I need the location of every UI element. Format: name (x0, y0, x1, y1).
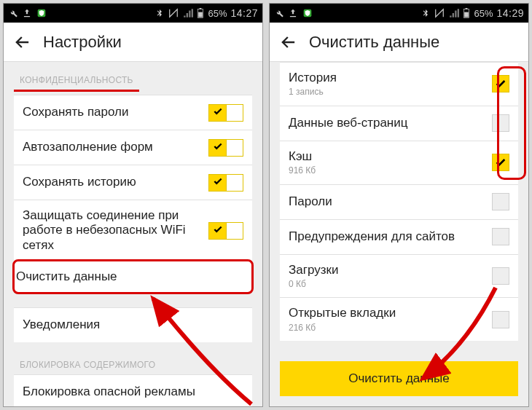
phone-left: 65% 14:27 Настройки КОНФИДЕНЦИАЛЬНОСТЬ С… (3, 3, 263, 407)
setting-save-passwords[interactable]: Сохранять пароли (14, 95, 252, 130)
bluetooth-icon (421, 8, 430, 18)
upload-icon (288, 8, 298, 18)
section-header-block: БЛОКИРОВКА СОДЕРЖИМОГО (14, 357, 252, 374)
app-bar: Очистить данные (270, 23, 528, 62)
item-history[interactable]: История 1 запись (280, 62, 518, 106)
page-title: Очистить данные (309, 33, 439, 52)
item-passwords[interactable]: Пароли (280, 184, 518, 219)
wrench-icon (274, 8, 284, 18)
battery-percent: 65% (474, 8, 493, 19)
upload-icon (22, 8, 32, 18)
checkbox[interactable] (492, 311, 509, 328)
checkbox[interactable] (492, 267, 509, 285)
nfc-icon (168, 8, 179, 18)
setting-save-history[interactable]: Сохранять историю (14, 165, 252, 200)
wrench-icon (8, 8, 18, 18)
signal-icon (183, 8, 193, 18)
item-cache[interactable]: Кэш 916 Кб (280, 141, 518, 184)
svg-rect-3 (199, 12, 203, 17)
setting-notifications[interactable]: Уведомления (14, 307, 252, 342)
item-warnings[interactable]: Предупреждения для сайтов (280, 219, 518, 254)
annotation-highlight-box (497, 66, 526, 180)
checkbox[interactable] (492, 228, 509, 245)
bluetooth-icon (155, 8, 164, 18)
svg-rect-2 (200, 8, 202, 9)
status-bar: 65% 14:27 (4, 4, 262, 23)
shield-icon (302, 7, 313, 19)
svg-rect-6 (466, 8, 468, 9)
content-area: История 1 запись Данные веб-страниц Кэш … (270, 62, 528, 351)
page-title: Настройки (43, 33, 122, 52)
back-arrow-icon[interactable] (278, 32, 299, 52)
item-tabs[interactable]: Открытые вкладки 216 Кб (280, 297, 518, 341)
shield-icon (36, 7, 47, 19)
section-header-privacy: КОНФИДЕНЦИАЛЬНОСТЬ (14, 72, 252, 95)
signal-icon (449, 8, 459, 18)
clock: 14:27 (230, 7, 258, 19)
svg-rect-7 (465, 12, 469, 17)
status-bar: 65% 14:29 (270, 4, 528, 23)
toggle[interactable] (208, 104, 243, 122)
battery-icon (197, 8, 204, 18)
clock: 14:29 (496, 7, 524, 19)
battery-icon (463, 8, 470, 18)
setting-clear-data[interactable]: Очистить данные (12, 259, 254, 294)
setting-autofill[interactable]: Автозаполнение форм (14, 130, 252, 165)
battery-percent: 65% (208, 8, 227, 19)
toggle[interactable] (208, 139, 243, 157)
setting-protect-wifi[interactable]: Защищать соединение при работе в небезоп… (14, 200, 252, 261)
app-bar: Настройки (4, 23, 262, 62)
item-webdata[interactable]: Данные веб-страниц (280, 106, 518, 141)
back-arrow-icon[interactable] (12, 32, 33, 52)
nfc-icon (434, 8, 445, 18)
content-area: КОНФИДЕНЦИАЛЬНОСТЬ Сохранять пароли Авто… (4, 62, 262, 406)
checkbox[interactable] (492, 193, 509, 210)
toggle[interactable] (208, 174, 243, 192)
clear-data-button[interactable]: Очистить данные (280, 361, 518, 396)
setting-block-ads[interactable]: Блокировка опасной рекламы (14, 374, 252, 406)
item-downloads[interactable]: Загрузки 0 Кб (280, 254, 518, 298)
toggle[interactable] (208, 222, 243, 240)
phone-right: 65% 14:29 Очистить данные История 1 запи… (269, 3, 529, 407)
